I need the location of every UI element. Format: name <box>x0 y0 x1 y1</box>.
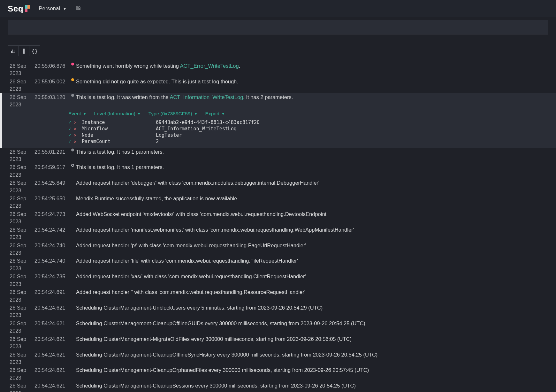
event-row[interactable]: 26 Sep 202320:55:06.876Something went ho… <box>0 62 556 78</box>
event-message: This is a test log. It has 1 parameters. <box>76 164 556 171</box>
workspace-select[interactable]: Personal ▼ <box>39 5 67 12</box>
exclude-filter-icon[interactable]: ✕ <box>74 139 77 144</box>
event-message-text: This is a test log. It has 1 parameters. <box>76 149 164 155</box>
event-date: 26 Sep 2023 <box>10 211 34 226</box>
event-date: 26 Sep 2023 <box>10 273 34 288</box>
event-level <box>69 179 76 180</box>
event-row[interactable]: 26 Sep 202320:54:24.621Scheduling Cluste… <box>0 304 556 319</box>
property-value: 2 <box>156 139 159 144</box>
include-filter-icon[interactable]: ✓ <box>68 132 71 138</box>
event-message: Something did not go quite as expected. … <box>76 78 556 85</box>
property-key: ParamCount <box>82 139 156 144</box>
event-message: Added request handler 'debugger/' with c… <box>76 179 556 187</box>
event-level <box>69 304 76 304</box>
event-level <box>69 242 76 242</box>
event-row[interactable]: 26 Sep 202320:55:03.120This is a test lo… <box>0 93 556 109</box>
event-row[interactable]: 26 Sep 202320:54:24.621Scheduling Cluste… <box>0 319 556 335</box>
event-message-text: Mendix Runtime successfully started, the… <box>76 196 239 201</box>
include-filter-icon[interactable]: ✓ <box>68 139 71 144</box>
event-level <box>69 320 76 320</box>
event-row[interactable]: 26 Sep 202320:54:24.773Added WebSocket e… <box>0 210 556 226</box>
event-message-text: Scheduling ClusterManagement-CleanupOrph… <box>76 367 369 373</box>
event-row[interactable]: 26 Sep 202320:54:24.621Scheduling Cluste… <box>0 351 556 366</box>
event-level <box>69 273 76 273</box>
toolbar: ❚ { } <box>0 35 556 61</box>
event-time: 20:55:05.002 <box>34 78 68 85</box>
property-row: ✓✕NodeLogTester <box>68 132 556 138</box>
event-message-text: Scheduling ClusterManagement-UnblockUser… <box>76 305 323 311</box>
event-row[interactable]: 26 Sep 202320:54:24.740Added request han… <box>0 242 556 257</box>
event-level <box>69 195 76 195</box>
exclude-filter-icon[interactable]: ✕ <box>74 119 77 125</box>
event-row[interactable]: 26 Sep 202320:54:24.621Scheduling Cluste… <box>0 335 556 351</box>
event-message-link[interactable]: ACT_Information_WriteTestLog <box>170 94 243 100</box>
event-message: Scheduling ClusterManagement-CleanupOrph… <box>76 366 556 374</box>
exclude-filter-icon[interactable]: ✕ <box>74 132 77 138</box>
event-time: 20:55:06.876 <box>34 62 68 70</box>
event-message: This is a test log. It has 1 parameters. <box>76 148 556 156</box>
event-date: 26 Sep 2023 <box>10 62 34 77</box>
include-filter-icon[interactable]: ✓ <box>68 119 71 125</box>
event-message-text: Scheduling ClusterManagement-CleanupOffl… <box>76 320 365 326</box>
event-row[interactable]: 26 Sep 202320:54:24.621Scheduling Cluste… <box>0 382 556 392</box>
property-value: 69443ab2-e94d-443f-8813-c483ac817f20 <box>156 119 260 125</box>
property-row: ✓✕Instance69443ab2-e94d-443f-8813-c483ac… <box>68 119 556 126</box>
event-row[interactable]: 26 Sep 202320:54:24.691Added request han… <box>0 288 556 304</box>
type-menu[interactable]: Type (0x7389CF59)▼ <box>149 111 198 117</box>
property-key: Instance <box>82 119 156 125</box>
event-message-text: Added request handler '' with class 'com… <box>76 289 305 295</box>
chevron-down-icon: ▼ <box>221 112 225 116</box>
event-level <box>69 164 76 167</box>
event-meta-bar: Event▼Level (Information)▼Type (0x7389CF… <box>68 111 556 117</box>
workspace-name: Personal <box>39 5 60 12</box>
event-row[interactable]: 26 Sep 202320:55:05.002Something did not… <box>0 78 556 93</box>
event-message: Added request handler 'manifest.webmanif… <box>76 226 556 234</box>
event-time: 20:54:24.621 <box>34 304 68 311</box>
event-time: 20:54:24.742 <box>34 226 68 234</box>
event-time: 20:54:59.517 <box>34 164 68 171</box>
event-row[interactable]: 26 Sep 202320:54:24.735Added request han… <box>0 273 556 288</box>
quote-button[interactable]: ❚ <box>19 45 29 56</box>
svg-rect-6 <box>14 50 14 53</box>
export-menu[interactable]: Export▼ <box>205 111 225 117</box>
event-message-link[interactable]: ACT_Error_WriteTestLog <box>180 63 239 69</box>
event-row[interactable]: 26 Sep 202320:54:59.517This is a test lo… <box>0 163 556 179</box>
event-row[interactable]: 26 Sep 202320:55:01.291This is a test lo… <box>0 148 556 164</box>
svg-rect-7 <box>11 53 15 53</box>
exclude-filter-icon[interactable]: ✕ <box>74 126 77 132</box>
event-row[interactable]: 26 Sep 202320:54:24.740Added request han… <box>0 257 556 273</box>
event-row[interactable]: 26 Sep 202320:54:24.742Added request han… <box>0 226 556 242</box>
event-level <box>69 351 76 351</box>
event-message-text: Added request handler 'xas/' with class … <box>76 273 306 279</box>
event-message-text: Scheduling ClusterManagement-MigrateOldF… <box>76 336 352 342</box>
chart-button[interactable] <box>8 45 19 56</box>
event-menu[interactable]: Event▼ <box>68 111 87 117</box>
event-row[interactable]: 26 Sep 202320:54:25.650Mendix Runtime su… <box>0 195 556 210</box>
svg-rect-5 <box>12 50 13 53</box>
level-menu[interactable]: Level (Information)▼ <box>94 111 141 117</box>
property-value: LogTester <box>156 132 182 138</box>
event-time: 20:54:24.740 <box>34 257 68 265</box>
include-filter-icon[interactable]: ✓ <box>68 126 71 132</box>
event-details: Event▼Level (Information)▼Type (0x7389CF… <box>0 109 556 148</box>
save-icon[interactable] <box>76 5 81 12</box>
event-level <box>69 226 76 227</box>
json-button[interactable]: { } <box>29 45 40 56</box>
event-date: 26 Sep 2023 <box>10 351 34 366</box>
event-date: 26 Sep 2023 <box>10 288 34 304</box>
event-message-text: This is a test log. It was written from … <box>76 94 170 100</box>
event-time: 20:54:24.621 <box>34 351 68 358</box>
event-row[interactable]: 26 Sep 202320:54:24.621Scheduling Cluste… <box>0 366 556 382</box>
level-warning-icon <box>71 78 74 81</box>
svg-marker-1 <box>27 5 30 9</box>
event-time: 20:54:24.735 <box>34 273 68 280</box>
event-row[interactable]: 26 Sep 202320:54:25.849Added request han… <box>0 179 556 195</box>
property-key: Node <box>82 132 156 138</box>
event-message: Scheduling ClusterManagement-CleanupSess… <box>76 382 556 389</box>
search-input[interactable] <box>8 20 548 35</box>
event-message-text: . It has 2 parameters. <box>243 94 293 100</box>
event-level <box>69 288 76 289</box>
property-value: ACT_Information_WriteTestLog <box>156 126 237 132</box>
logo[interactable]: Seq <box>8 4 30 14</box>
chevron-down-icon: ▼ <box>137 112 141 116</box>
